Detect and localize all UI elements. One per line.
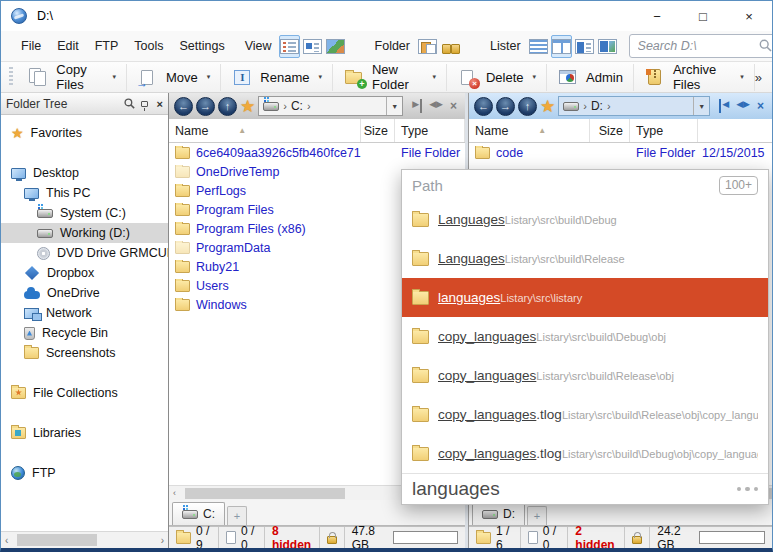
view-list-button[interactable] [302,35,323,58]
column-type[interactable]: Type [630,119,698,142]
tree-item-system-c[interactable]: System (C:) [1,203,168,223]
tree-item-recycle-bin[interactable]: Recycle Bin [1,323,168,343]
collapse-pane-icon[interactable]: ▶ [412,99,422,113]
column-name[interactable]: Name▲ [169,119,361,142]
search-result-selected[interactable]: languagesListary\src\listary [402,278,768,317]
lock-icon[interactable] [632,536,642,544]
tree-item-onedrive[interactable]: OneDrive [1,283,168,303]
tree-item-this-pc[interactable]: This PC [1,183,168,203]
tree-item-desktop[interactable]: Desktop [1,163,168,183]
move-button[interactable]: Move▾ [127,64,221,91]
column-type[interactable]: Type [395,119,465,142]
breadcrumb-drive[interactable]: C: [291,99,303,113]
dropdown-caret[interactable]: ▾ [112,73,116,81]
scrollbar-thumb[interactable] [17,534,97,546]
breadcrumb-dropdown-caret[interactable]: ▼ [693,97,705,115]
tree-item-dvd-drive[interactable]: DVD Drive GRMCUL [1,243,168,263]
lock-icon[interactable] [327,536,337,544]
close-pane-icon[interactable]: × [450,99,457,113]
tree-search-icon[interactable] [124,98,135,109]
lister-split-button[interactable] [551,35,572,58]
query-text[interactable]: languages [412,478,500,500]
admin-button[interactable]: Admin [547,64,634,91]
archive-files-button[interactable]: Archive Files▾ [634,64,755,91]
swap-panes-icon[interactable]: ◀▶ [736,99,750,113]
favorites-star-icon[interactable]: ★ [540,98,555,115]
up-button[interactable]: ↑ [218,97,237,116]
new-tab-button[interactable]: + [227,506,247,525]
tree-horizontal-scrollbar[interactable]: ‹ › [1,531,168,548]
favorites-star-icon[interactable]: ★ [240,98,255,115]
tree-item-ftp[interactable]: FTP [1,463,168,483]
breadcrumb[interactable]: › C: › ▼ [258,96,403,116]
dropdown-caret[interactable]: ▾ [740,73,744,81]
new-folder-button[interactable]: New Folder▾ [333,64,447,91]
dropdown-caret[interactable]: ▾ [533,73,537,81]
file-row[interactable]: 6ce6409aa3926c5fb460fce71aFile Folder [169,143,465,162]
column-size[interactable]: Size [361,119,395,142]
tree-item-favorites[interactable]: ★Favorites [1,123,168,143]
search-result[interactable]: copy_languagesListary\src\build\Debug\ob… [402,317,768,356]
column-date[interactable] [698,119,772,142]
folder-copy-button[interactable] [417,35,438,58]
dropdown-caret[interactable]: ▾ [432,73,436,81]
menu-ftp[interactable]: FTP [87,39,127,53]
search-result[interactable]: copy_languagesListary\src\build\Release\… [402,356,768,395]
tree-item-network[interactable]: Network [1,303,168,323]
lister-details-button[interactable] [574,35,595,58]
tree-item-dropbox[interactable]: Dropbox [1,263,168,283]
swap-panes-icon[interactable]: ◀▶ [429,99,443,113]
close-button[interactable]: × [726,1,772,31]
back-button[interactable]: ← [174,97,193,116]
column-name[interactable]: Name▲ [469,119,590,142]
dropdown-caret[interactable]: ▾ [318,73,322,81]
view-thumbnail-button[interactable] [325,35,346,58]
menu-tools[interactable]: Tools [126,39,171,53]
dropdown-caret[interactable]: ▾ [207,73,211,81]
close-pane-icon[interactable]: × [757,99,764,113]
scroll-left-arrow[interactable]: ‹ [173,488,176,498]
view-details-button[interactable] [279,35,300,58]
lister-rows-button[interactable] [528,35,549,58]
column-size[interactable]: Size [590,119,630,142]
lister-preview-button[interactable] [597,35,618,58]
menu-file[interactable]: File [13,39,49,53]
breadcrumb-dropdown-caret[interactable]: ▼ [386,97,398,115]
tab-d-drive[interactable]: D: [472,502,525,525]
back-button[interactable]: ← [474,97,493,116]
search-result[interactable]: copy_languages.tlogListary\src\build\Rel… [402,395,768,434]
popup-query-bar[interactable]: languages [402,473,768,504]
scroll-right-arrow[interactable]: › [161,535,164,546]
toolbar-overflow-chevron[interactable]: » [755,70,762,85]
tree-item-screenshots[interactable]: Screenshots [1,343,168,363]
new-tab-button[interactable]: + [527,506,547,525]
search-result[interactable]: LanguagesListary\src\build\Debug [402,200,768,239]
breadcrumb-drive[interactable]: D: [591,99,603,113]
menu-settings[interactable]: Settings [172,39,233,53]
tree-item-working-d[interactable]: Working (D:) [1,223,168,243]
pin-icon[interactable] [141,101,148,107]
folder-lock-button[interactable] [440,35,461,58]
maximize-button[interactable]: □ [680,1,726,31]
scrollbar-thumb[interactable] [185,488,345,499]
more-options-icon[interactable] [737,487,759,492]
search-input[interactable] [629,34,773,58]
search-result[interactable]: copy_languages.tlogListary\src\build\Deb… [402,434,768,473]
scroll-left-arrow[interactable]: ‹ [5,535,8,546]
up-button[interactable]: ↑ [518,97,537,116]
tree-item-file-collections[interactable]: File Collections [1,383,168,403]
delete-button[interactable]: Delete▾ [447,64,547,91]
rename-button[interactable]: Rename▾ [221,64,333,91]
file-row[interactable]: codeFile Folder12/15/2015 [469,143,772,162]
breadcrumb[interactable]: › D: › ▼ [558,96,710,116]
collapse-pane-icon[interactable]: ◀ [719,99,729,113]
forward-button[interactable]: → [196,97,215,116]
menu-edit[interactable]: Edit [49,39,87,53]
tree-close-icon[interactable]: × [157,98,163,110]
tab-c-drive[interactable]: C: [172,502,225,525]
search-result[interactable]: LanguagesListary\src\build\Release [402,239,768,278]
copy-files-button[interactable]: Copy Files▾ [17,64,127,91]
drag-grip[interactable] [9,67,13,87]
minimize-button[interactable]: − [634,1,680,31]
forward-button[interactable]: → [496,97,515,116]
